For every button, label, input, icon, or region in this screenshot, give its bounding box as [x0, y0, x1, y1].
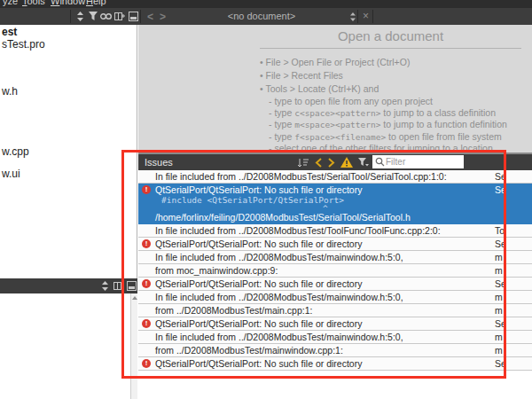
- issue-row-info[interactable]: from ../D2008ModbusTest/mainwindow.cpp:1…: [138, 344, 532, 357]
- welcome-bullet: Tools > Locate (Ctrl+K) and: [260, 82, 521, 96]
- issue-text: QtSerialPort/QtSerialPort: No such file …: [155, 357, 362, 370]
- issue-file-label: m: [495, 291, 503, 303]
- issue-file-label: Se: [495, 170, 506, 183]
- error-icon: !: [142, 239, 151, 248]
- sidebar-scrollbar[interactable]: [130, 293, 137, 399]
- qt-creator-window: yzeToolsWindowHelp < > <no document> × e…: [0, 0, 532, 399]
- menu-item-tools[interactable]: Tools: [22, 0, 45, 7]
- close-pane-icon[interactable]: [126, 280, 137, 292]
- welcome-locate-item: - select one of the other filters for ju…: [269, 143, 521, 153]
- toolbar-separator: [140, 10, 141, 23]
- menu-item-yze[interactable]: yze: [3, 0, 18, 7]
- issue-row-error[interactable]: !QtSerialPort/QtSerialPort: No such file…: [138, 317, 532, 331]
- issue-file-label: To: [495, 224, 505, 237]
- issue-text: In file included from ../D2008ModbusTest…: [155, 170, 447, 183]
- welcome-locate-item: - type c<space><pattern> to jump to a cl…: [269, 107, 521, 120]
- issue-row-info[interactable]: In file included from ../D2008ModbusTest…: [138, 291, 532, 304]
- updown-icon[interactable]: [74, 11, 86, 22]
- issues-filter-input[interactable]: [372, 155, 464, 168]
- close-pane-icon[interactable]: [128, 11, 139, 22]
- issue-text: In file included from ../D2008ModbusTest…: [155, 224, 441, 237]
- updown-icon[interactable]: [99, 280, 111, 292]
- issue-text: from ../D2008ModbusTest/mainwindow.cpp:1…: [155, 344, 343, 356]
- next-issue-icon[interactable]: [325, 156, 338, 168]
- error-icon: !: [142, 359, 151, 368]
- split-add-icon[interactable]: [113, 280, 124, 292]
- sort-categorize-icon[interactable]: [297, 156, 309, 168]
- issue-file-label: m: [495, 264, 503, 277]
- issue-row-info[interactable]: In file included from ../D2008ModbusTest…: [138, 170, 532, 184]
- error-icon: !: [142, 279, 151, 288]
- issue-row-error[interactable]: !QtSerialPort/QtSerialPort: No such file…: [138, 184, 532, 224]
- issue-text: QtSerialPort/QtSerialPort: No such file …: [155, 317, 362, 330]
- issue-file-label: m: [495, 304, 503, 317]
- tree-item[interactable]: w.ui: [2, 168, 20, 180]
- welcome-locate-items: - type to open file from any open projec…: [269, 96, 521, 153]
- issues-rows: In file included from ../D2008ModbusTest…: [138, 170, 532, 371]
- tree-item[interactable]: w.cpp: [2, 145, 29, 158]
- issues-pane: Issues In file included from ../D2008Mod…: [138, 153, 532, 399]
- welcome-title: Open a document: [260, 28, 521, 43]
- issue-text: QtSerialPort/QtSerialPort: No such file …: [155, 238, 362, 250]
- issue-file-label: m: [495, 344, 503, 356]
- issues-header: Issues: [138, 154, 532, 170]
- scroll-up-icon[interactable]: [132, 296, 137, 300]
- issue-file-label: Se: [495, 317, 506, 330]
- menu-item-window[interactable]: Window: [51, 0, 85, 7]
- issue-file-label: Se: [495, 357, 506, 370]
- issue-row-info[interactable]: In file included from ../D2008ModbusTest…: [138, 251, 532, 264]
- issue-text: QtSerialPort/QtSerialPort: No such file …: [155, 278, 362, 290]
- issue-row-error[interactable]: !QtSerialPort/QtSerialPort: No such file…: [138, 238, 532, 251]
- welcome-locate-item: - type to open file from any open projec…: [269, 96, 521, 107]
- back-icon[interactable]: <: [147, 11, 153, 23]
- welcome-bullet: File > Open File or Project (Ctrl+O): [260, 56, 521, 69]
- document-selector[interactable]: <no document>: [177, 11, 346, 21]
- filter-menu-icon[interactable]: [357, 156, 370, 168]
- issue-row-error[interactable]: !QtSerialPort/QtSerialPort: No such file…: [138, 278, 532, 291]
- link-icon[interactable]: [100, 11, 112, 22]
- toolbar-separator: [372, 10, 373, 23]
- issue-text: from ../D2008ModbusTest/main.cpp:1:: [155, 304, 312, 317]
- tree-item[interactable]: est: [2, 26, 17, 38]
- issue-text: In file included from ../D2008ModbusTest…: [155, 331, 403, 343]
- issue-text: In file included from ../D2008ModbusTest…: [155, 291, 403, 303]
- prev-issue-icon[interactable]: [312, 156, 325, 168]
- error-icon: !: [142, 319, 151, 328]
- close-document-icon[interactable]: ×: [363, 10, 369, 22]
- show-warnings-icon[interactable]: [340, 156, 353, 168]
- issue-file-label: Se: [495, 238, 506, 250]
- issue-row-info[interactable]: In file included from ../D2008ModbusTest…: [138, 224, 532, 238]
- issue-source-line: #include <QtSerialPort/QtSerialPort>: [161, 194, 344, 207]
- issue-row-info[interactable]: In file included from ../D2008ModbusTest…: [138, 331, 532, 344]
- project-sidebar: estsTest.prow.hw.cppw.ui: [0, 25, 137, 399]
- error-icon: !: [142, 185, 151, 194]
- issue-row-info[interactable]: from ../D2008ModbusTest/main.cpp:1:m: [138, 304, 532, 317]
- issue-text: In file included from ../D2008ModbusTest…: [155, 251, 403, 263]
- welcome-locate-item: - type f<space><filename> to open file f…: [269, 131, 521, 144]
- welcome-pane: Open a document File > Open File or Proj…: [138, 25, 532, 153]
- welcome-bullet: File > Recent Files: [260, 69, 521, 82]
- issue-file-path: /home/forlinx/feiling/D2008ModbusTest/Se…: [155, 211, 411, 223]
- filter-icon[interactable]: [88, 11, 99, 22]
- issues-pane-title: Issues: [145, 157, 173, 168]
- editor-toolbar: < > <no document> ×: [0, 8, 532, 25]
- sidebar-pane2-header: [0, 278, 137, 293]
- forward-icon[interactable]: >: [160, 11, 166, 23]
- toolbar-separator: [357, 10, 358, 23]
- menubar: yzeToolsWindowHelp: [0, 0, 532, 8]
- menu-item-help[interactable]: Help: [86, 0, 106, 7]
- tree-item[interactable]: sTest.pro: [2, 38, 45, 51]
- issue-file-label: m: [495, 251, 503, 263]
- issue-row-info[interactable]: from moc_mainwindow.cpp:9:m: [138, 264, 532, 278]
- split-add-icon[interactable]: [113, 11, 125, 22]
- toolbar-separator: [70, 10, 71, 23]
- issue-file-label: Se: [495, 184, 506, 196]
- issue-file-label: Se: [495, 278, 506, 290]
- issue-row-error[interactable]: !QtSerialPort/QtSerialPort: No such file…: [138, 357, 532, 371]
- issue-file-label: m: [495, 331, 503, 343]
- welcome-divider: [260, 48, 521, 49]
- welcome-locate-item: - type m<space><pattern> to jump to a fu…: [269, 119, 521, 131]
- tree-item[interactable]: w.h: [2, 85, 18, 98]
- issue-text: from moc_mainwindow.cpp:9:: [155, 264, 278, 277]
- welcome-bullets: File > Open File or Project (Ctrl+O)File…: [260, 56, 521, 96]
